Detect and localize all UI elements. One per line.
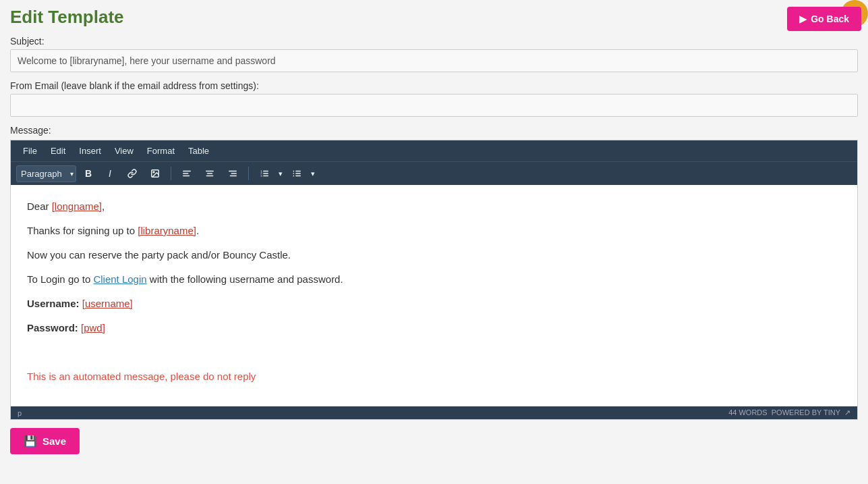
svg-point-1 [153,171,154,173]
go-back-icon: ▶ [799,14,807,24]
menu-item-table[interactable]: Table [181,140,216,161]
paragraph-select[interactable]: Paragraph Heading 1 Heading 2 Heading 3 [16,165,76,182]
page-wrapper: Edit Template ▶ Go Back Subject: From Em… [0,0,868,464]
ordered-list-dropdown[interactable]: ▾ [277,167,284,181]
content-line-4: To Login go to Client Login with the fol… [27,271,841,288]
word-count: 44 WORDS [728,408,767,416]
from-email-label: From Email (leave blank if the email add… [10,80,858,91]
editor-toolbar: Paragraph Heading 1 Heading 2 Heading 3 … [11,161,857,185]
editor-statusbar: p 44 WORDS POWERED BY TINY ↗ [11,406,857,419]
ordered-list-button[interactable]: 1. 2. 3. [254,165,274,182]
menu-item-insert[interactable]: Insert [72,140,108,161]
save-label: Save [42,435,66,447]
content-line-3: Now you can reserve the party pack and/o… [27,247,841,263]
paragraph-select-wrapper: Paragraph Heading 1 Heading 2 Heading 3 [16,165,76,182]
username-var: [username] [82,298,133,309]
menu-item-file[interactable]: File [16,140,44,161]
subject-input[interactable] [10,49,858,72]
unordered-list-dropdown[interactable]: ▾ [310,167,316,181]
align-right-button[interactable] [223,165,243,182]
content-line-2: Thanks for signing up to [libraryname]. [27,223,841,239]
password-label: Password: [27,322,78,333]
go-back-button[interactable]: ▶ Go Back [787,7,861,31]
pwd-var: [pwd] [81,322,105,333]
save-icon: 💾 [24,435,37,448]
message-label: Message: [10,125,858,136]
save-button[interactable]: 💾 Save [10,428,80,454]
subject-field-group: Subject: [10,36,858,72]
content-line-5: Username: [username] [27,296,841,312]
editor-content-area[interactable]: Dear [longname], Thanks for signing up t… [11,185,857,406]
content-line-1: Dear [longname], [27,198,841,215]
from-email-field-group: From Email (leave blank if the email add… [10,80,858,117]
svg-text:3.: 3. [260,174,262,178]
content-line-7 [27,344,841,360]
current-tag: p [18,409,22,417]
align-center-button[interactable] [200,165,220,182]
link-button[interactable] [122,165,142,182]
powered-by: POWERED BY TINY [772,408,840,416]
libraryname-var: [libraryname] [138,225,196,236]
editor-wrapper: File Edit Insert View Format Table Parag… [10,140,858,420]
client-login-link[interactable]: Client Login [93,273,146,285]
align-left-button[interactable] [177,165,197,182]
editor-menubar: File Edit Insert View Format Table [11,140,857,161]
longname-var: [longname] [52,200,102,212]
content-line-8: This is an automated message, please do … [27,369,841,385]
toolbar-separator-2 [248,167,249,180]
svg-point-21 [293,173,294,174]
unordered-list-button[interactable] [287,165,307,182]
svg-point-20 [293,171,294,172]
svg-point-22 [293,176,294,177]
page-title: Edit Template [10,7,858,28]
menu-item-format[interactable]: Format [140,140,181,161]
content-line-6: Password: [pwd] [27,320,841,336]
italic-button[interactable]: I [100,165,119,182]
menu-item-edit[interactable]: Edit [44,140,72,161]
from-email-input[interactable] [10,94,858,117]
go-back-label: Go Back [811,14,849,24]
subject-label: Subject: [10,36,858,47]
toolbar-separator-1 [171,167,171,180]
image-button[interactable] [145,165,165,182]
statusbar-right: 44 WORDS POWERED BY TINY ↗ [728,408,850,417]
automated-message: This is an automated message, please do … [27,371,256,382]
username-label: Username: [27,298,80,309]
menu-item-view[interactable]: View [108,140,140,161]
bold-button[interactable]: B [79,165,98,182]
